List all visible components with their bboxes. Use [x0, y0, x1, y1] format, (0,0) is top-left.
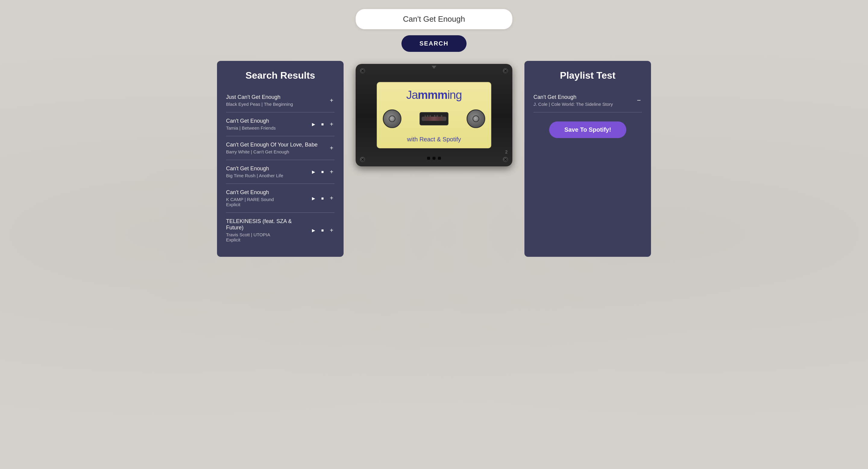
track-subtitle: J. Cole | Cole World: The Sideline Story	[533, 101, 636, 107]
track-name: Just Can't Get Enough	[226, 94, 329, 100]
play-track-button[interactable]	[311, 121, 316, 127]
search-results-panel: Search Results Just Can't Get Enough Bla…	[217, 61, 344, 257]
track-controls	[329, 144, 335, 152]
top-search-section: SEARCH	[6, 9, 862, 52]
tape-reel-left	[383, 110, 401, 128]
track-subtitle: Big Time Rush | Another Life	[226, 173, 311, 178]
stop-track-button[interactable]	[320, 121, 325, 127]
track-name: Can't Get Enough	[226, 165, 311, 172]
playlist-track-item: Can't Get Enough J. Cole | Cole World: T…	[533, 89, 642, 113]
add-track-button[interactable]	[329, 168, 335, 176]
tape-reel-right	[467, 110, 485, 128]
track-item: Can't Get Enough Of Your Love, Babe Barr…	[226, 136, 335, 160]
track-name: Can't Get Enough	[226, 189, 311, 196]
track-info: TELEKINESIS (feat. SZA & Future) Travis …	[226, 218, 311, 242]
track-controls	[311, 120, 335, 128]
track-info: Can't Get Enough K CAMP | RARE Sound Exp…	[226, 189, 311, 207]
title-part2: mmm	[418, 89, 447, 101]
title-part3: ing	[447, 89, 462, 101]
track-info: Can't Get Enough Tamia | Between Friends	[226, 118, 311, 130]
track-info: Can't Get Enough Of Your Love, Babe Barr…	[226, 142, 329, 154]
track-info: Just Can't Get Enough Black Eyed Peas | …	[226, 94, 329, 107]
search-input-wrapper	[355, 9, 513, 29]
tape-scale: 100 50 0	[424, 115, 443, 117]
track-name: Can't Get Enough	[226, 118, 311, 124]
title-part1: Ja	[406, 89, 418, 101]
play-track-button[interactable]	[311, 227, 316, 233]
add-track-button[interactable]	[329, 120, 335, 128]
cassette-section: Jammming 100 50 0 with React & Spotify 2	[344, 61, 524, 176]
track-name: Can't Get Enough	[533, 94, 636, 100]
track-name: Can't Get Enough Of Your Love, Babe	[226, 142, 329, 148]
track-item: Can't Get Enough K CAMP | RARE Sound Exp…	[226, 184, 335, 213]
cassette-hole	[433, 157, 435, 160]
track-subtitle: K CAMP | RARE Sound Explicit	[226, 197, 311, 207]
screw-top-right	[503, 68, 508, 73]
play-track-button[interactable]	[311, 195, 316, 201]
search-input[interactable]	[368, 14, 500, 24]
tape-mechanism: 100 50 0	[383, 110, 485, 128]
tape-window: 100 50 0	[420, 112, 448, 125]
save-to-spotify-button[interactable]: Save To Spotify!	[549, 122, 626, 138]
main-layout: Search Results Just Can't Get Enough Bla…	[217, 61, 651, 257]
add-track-button[interactable]	[329, 144, 335, 152]
cassette-label: Jammming 100 50 0 with React & Spotify	[377, 82, 491, 148]
stop-track-button[interactable]	[320, 169, 325, 175]
stop-track-button[interactable]	[320, 195, 325, 201]
playlist-panel: Playlist Test Can't Get Enough J. Cole |…	[524, 61, 651, 257]
stop-track-button[interactable]	[320, 227, 325, 233]
cassette-tape: Jammming 100 50 0 with React & Spotify 2	[355, 64, 513, 176]
add-track-button[interactable]	[329, 194, 335, 202]
cassette-hole	[438, 157, 441, 160]
track-subtitle: Barry White | Can't Get Enough	[226, 149, 329, 154]
track-item: Can't Get Enough Big Time Rush | Another…	[226, 160, 335, 184]
track-controls	[329, 96, 335, 104]
track-name: TELEKINESIS (feat. SZA & Future)	[226, 218, 311, 231]
track-item: Can't Get Enough Tamia | Between Friends	[226, 113, 335, 136]
cassette-title: Jammming	[406, 89, 462, 101]
track-subtitle: Travis Scott | UTOPIA Explicit	[226, 232, 311, 242]
track-controls	[311, 226, 335, 234]
track-controls	[311, 194, 335, 202]
remove-track-button[interactable]	[636, 96, 642, 105]
cassette-hole	[427, 157, 430, 160]
playlist-track-controls	[636, 96, 642, 105]
track-subtitle: Tamia | Between Friends	[226, 125, 311, 130]
search-button[interactable]: SEARCH	[401, 35, 467, 52]
track-info: Can't Get Enough J. Cole | Cole World: T…	[533, 94, 636, 107]
cassette-top-notch	[432, 66, 436, 69]
add-track-button[interactable]	[329, 226, 335, 234]
track-item: TELEKINESIS (feat. SZA & Future) Travis …	[226, 213, 335, 248]
track-subtitle: Black Eyed Peas | The Beginning	[226, 101, 329, 107]
track-info: Can't Get Enough Big Time Rush | Another…	[226, 165, 311, 178]
playlist-title: Playlist Test	[533, 70, 642, 81]
cassette-body: Jammming 100 50 0 with React & Spotify 2	[355, 64, 513, 166]
track-controls	[311, 168, 335, 176]
track-item: Just Can't Get Enough Black Eyed Peas | …	[226, 89, 335, 113]
play-track-button[interactable]	[311, 169, 316, 175]
search-results-title: Search Results	[226, 70, 335, 81]
add-track-button[interactable]	[329, 96, 335, 104]
screw-top-left	[360, 68, 365, 73]
cassette-subtitle: with React & Spotify	[407, 136, 461, 143]
